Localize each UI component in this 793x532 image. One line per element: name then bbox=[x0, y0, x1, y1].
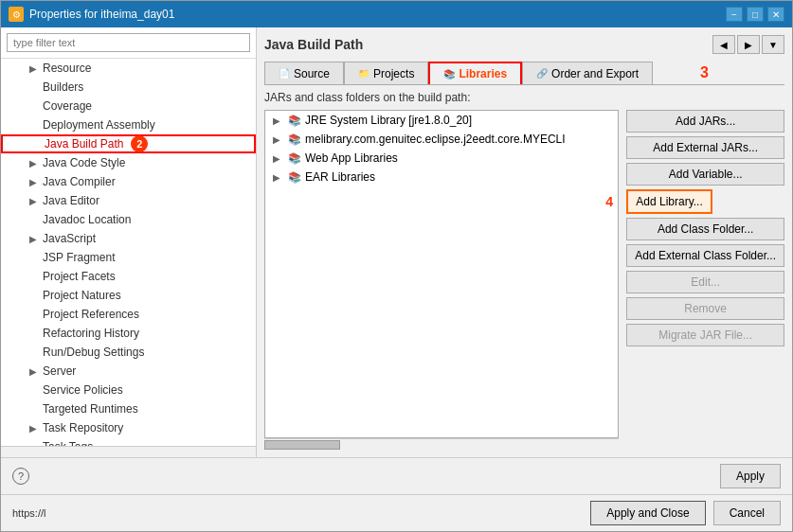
tab-projects[interactable]: 📁 Projects bbox=[344, 62, 428, 84]
tree-item-java-compiler[interactable]: ▶ Java Compiler bbox=[1, 172, 256, 191]
tree-item-coverage[interactable]: Coverage bbox=[1, 97, 256, 115]
tree-item-java-editor[interactable]: ▶ Java Editor bbox=[1, 191, 256, 210]
expand-arrow: ▶ bbox=[29, 234, 39, 244]
expand-arrow bbox=[29, 310, 39, 320]
tree-item-resource[interactable]: ▶ Resource bbox=[1, 59, 256, 78]
apply-close-btn[interactable]: Apply and Close bbox=[590, 501, 705, 525]
tree-label: Server bbox=[43, 364, 76, 378]
expand-arrow: ▶ bbox=[273, 134, 284, 145]
close-btn[interactable]: ✕ bbox=[767, 7, 784, 22]
tree-item-task-repository[interactable]: ▶ Task Repository bbox=[1, 418, 256, 437]
expand-arrow: ▶ bbox=[29, 196, 39, 206]
tree-item-server[interactable]: ▶ Server bbox=[1, 362, 256, 381]
expand-arrow: ▶ bbox=[273, 115, 284, 126]
back-btn[interactable]: ◀ bbox=[712, 35, 735, 54]
expand-arrow: ▶ bbox=[273, 153, 284, 164]
filter-box bbox=[1, 27, 256, 59]
expand-arrow bbox=[29, 101, 39, 112]
remove-btn[interactable]: Remove bbox=[626, 297, 784, 320]
bottom-left: ? bbox=[12, 468, 29, 485]
expand-arrow bbox=[29, 404, 39, 415]
tree-label: Java Build Path bbox=[45, 137, 123, 151]
tree-item-service-policies[interactable]: Service Policies bbox=[1, 381, 256, 399]
add-class-folder-btn[interactable]: Add Class Folder... bbox=[626, 218, 784, 240]
tree-item-project-natures[interactable]: Project Natures bbox=[1, 286, 256, 305]
window-controls: − □ ✕ bbox=[726, 7, 784, 22]
tree-item-javascript[interactable]: ▶ JavaScript bbox=[1, 229, 256, 248]
list-item-jre[interactable]: ▶ 📚 JRE System Library [jre1.8.0_20] bbox=[265, 111, 618, 130]
expand-arrow bbox=[29, 385, 39, 396]
list-scroll-x[interactable] bbox=[264, 438, 619, 450]
title-bar: ⚙ Properties for itheima_day01 − □ ✕ bbox=[1, 1, 792, 27]
maximize-btn[interactable]: □ bbox=[747, 7, 764, 22]
left-panel: ▶ Resource Builders Coverage Deployment … bbox=[1, 27, 257, 457]
tree-item-jsp-fragment[interactable]: JSP Fragment bbox=[1, 248, 256, 267]
apply-bar: ? Apply bbox=[1, 457, 792, 494]
list-item-label: melibrary.com.genuitec.eclipse.j2eedt.co… bbox=[305, 133, 566, 146]
tree-item-java-build-path[interactable]: Java Build Path 2 bbox=[1, 134, 256, 153]
tab-libraries[interactable]: 📚 Libraries bbox=[428, 62, 522, 84]
expand-arrow: ▶ bbox=[273, 172, 284, 183]
tree-item-run-debug[interactable]: Run/Debug Settings bbox=[1, 343, 256, 362]
list-item-label: Web App Libraries bbox=[305, 151, 398, 165]
edit-btn[interactable]: Edit... bbox=[626, 271, 784, 293]
expand-arrow bbox=[29, 291, 39, 301]
list-item-ear-libs[interactable]: ▶ 📚 EAR Libraries bbox=[265, 168, 618, 186]
expand-arrow: ▶ bbox=[29, 423, 39, 434]
tree-label: Deployment Assembly bbox=[43, 118, 155, 132]
add-library-btn[interactable]: Add Library... bbox=[626, 189, 712, 214]
filter-input[interactable] bbox=[7, 33, 250, 52]
tree-label: JSP Fragment bbox=[43, 251, 115, 264]
forward-btn[interactable]: ▶ bbox=[737, 35, 760, 54]
scroll-thumb[interactable] bbox=[264, 440, 340, 450]
tab-order-export-label: Order and Export bbox=[551, 67, 639, 80]
panel-title: Java Build Path bbox=[264, 37, 363, 52]
tree-item-deployment-assembly[interactable]: Deployment Assembly bbox=[1, 115, 256, 134]
list-wrapper: ▶ 📚 JRE System Library [jre1.8.0_20] ▶ 📚 bbox=[264, 110, 619, 450]
lib-icon: 📚 bbox=[288, 170, 301, 184]
expand-arrow bbox=[29, 215, 39, 225]
tabs-container: 3 📄 Source 📁 Projects 📚 Libraries bbox=[264, 62, 784, 91]
cancel-btn[interactable]: Cancel bbox=[713, 501, 781, 525]
tree-label: JavaScript bbox=[43, 232, 96, 245]
lib-icon: 📚 bbox=[288, 133, 301, 146]
lib-list: ▶ 📚 JRE System Library [jre1.8.0_20] ▶ 📚 bbox=[264, 110, 619, 438]
expand-arrow bbox=[29, 82, 39, 93]
tab-source[interactable]: 📄 Source bbox=[264, 62, 344, 84]
tree-item-builders[interactable]: Builders bbox=[1, 78, 256, 97]
add-external-jars-btn[interactable]: Add External JARs... bbox=[626, 136, 784, 159]
tree-container: ▶ Resource Builders Coverage Deployment … bbox=[1, 59, 256, 446]
tab-order-export[interactable]: 🔗 Order and Export bbox=[522, 62, 653, 84]
tree-label: Service Policies bbox=[43, 383, 123, 397]
add-variable-btn[interactable]: Add Variable... bbox=[626, 163, 784, 186]
apply-btn[interactable]: Apply bbox=[720, 464, 781, 488]
tree-item-refactoring[interactable]: Refactoring History bbox=[1, 324, 256, 343]
tree-label: Resource bbox=[43, 62, 91, 75]
expand-arrow: ▶ bbox=[29, 177, 39, 187]
tree-item-project-facets[interactable]: Project Facets bbox=[1, 267, 256, 286]
nav-menu-btn[interactable]: ▼ bbox=[762, 35, 784, 54]
tree-label: Refactoring History bbox=[43, 327, 139, 340]
add-external-class-folder-btn[interactable]: Add External Class Folder... bbox=[626, 244, 784, 267]
tree-item-javadoc[interactable]: Javadoc Location bbox=[1, 210, 256, 229]
tree-item-project-references[interactable]: Project References bbox=[1, 305, 256, 324]
help-icon[interactable]: ? bbox=[12, 468, 29, 485]
tree-label: Project References bbox=[43, 308, 139, 321]
libraries-icon: 📚 bbox=[443, 69, 455, 80]
tree-label: Coverage bbox=[43, 99, 92, 113]
minimize-btn[interactable]: − bbox=[726, 7, 743, 22]
tree-label: Project Facets bbox=[43, 270, 116, 283]
expand-arrow: ▶ bbox=[29, 366, 39, 377]
add-jars-btn[interactable]: Add JARs... bbox=[626, 110, 784, 133]
footer-row: https://l Apply and Close Cancel bbox=[1, 494, 792, 531]
tree-scrollbar-x[interactable] bbox=[1, 446, 256, 457]
list-item-melibrary[interactable]: ▶ 📚 melibrary.com.genuitec.eclipse.j2eed… bbox=[265, 130, 618, 149]
tree-item-task-tags[interactable]: Task Tags bbox=[1, 437, 256, 446]
tree-item-java-code-style[interactable]: ▶ Java Code Style bbox=[1, 153, 256, 172]
migrate-jar-btn[interactable]: Migrate JAR File... bbox=[626, 324, 784, 346]
expand-arrow bbox=[29, 328, 39, 339]
expand-arrow: ▶ bbox=[29, 158, 39, 168]
tree-item-targeted-runtimes[interactable]: Targeted Runtimes bbox=[1, 399, 256, 418]
list-item-web-app-libs[interactable]: ▶ 📚 Web App Libraries bbox=[265, 149, 618, 168]
tree-label: Java Code Style bbox=[43, 156, 125, 169]
